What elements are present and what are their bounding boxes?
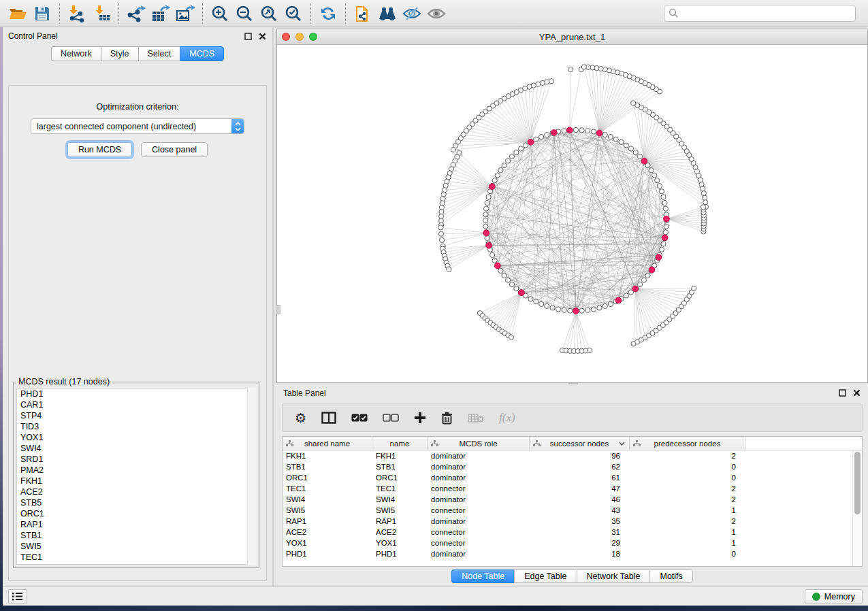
hide-panels-button[interactable] [400, 2, 424, 25]
network-node[interactable] [591, 129, 596, 134]
zoom-fit-button[interactable] [257, 2, 281, 25]
network-node[interactable] [502, 163, 507, 167]
export-network-button[interactable] [124, 2, 148, 25]
memory-button[interactable]: Memory [805, 589, 863, 604]
network-node[interactable] [664, 224, 669, 229]
network-node[interactable] [657, 184, 662, 188]
network-leaf-node[interactable] [587, 348, 592, 352]
network-node[interactable] [628, 146, 633, 151]
network-hub-node[interactable] [483, 230, 489, 236]
network-node[interactable] [550, 306, 555, 310]
close-panel-button[interactable] [258, 32, 267, 41]
network-node[interactable] [502, 273, 507, 278]
network-node[interactable] [633, 150, 638, 154]
table-row[interactable]: SWI5SWI5connector431 [283, 505, 852, 516]
table-row[interactable]: YOX1YOX1connector291 [283, 538, 852, 548]
network-node[interactable] [608, 301, 613, 306]
network-node[interactable] [591, 307, 596, 312]
network-node[interactable] [608, 135, 613, 139]
mcds-result-item[interactable]: YOX1 [17, 432, 255, 443]
mcds-result-item[interactable]: RAP1 [17, 519, 255, 530]
tab-style[interactable]: Style [101, 46, 138, 61]
table-close-button[interactable] [852, 389, 861, 397]
table-settings-button[interactable]: ⚙ [295, 408, 306, 428]
zoom-selected-button[interactable] [281, 2, 306, 25]
network-node[interactable] [562, 129, 566, 133]
network-leaf-node[interactable] [703, 200, 708, 205]
table-row[interactable]: SWI4SWI4dominator462 [283, 494, 852, 505]
network-node[interactable] [645, 273, 650, 278]
network-leaf-node[interactable] [701, 191, 706, 195]
mcds-result-item[interactable]: CAR1 [17, 399, 255, 410]
network-node[interactable] [659, 189, 664, 194]
network-leaf-node[interactable] [440, 237, 445, 242]
network-node[interactable] [492, 178, 497, 183]
network-node[interactable] [659, 247, 664, 252]
zoom-out-button[interactable] [232, 2, 257, 25]
column-header-successor-nodes[interactable]: successor nodes [530, 437, 630, 450]
network-leaf-node[interactable] [545, 80, 549, 84]
table-row[interactable]: FKH1FKH1dominator962 [283, 450, 852, 461]
network-node[interactable] [545, 132, 549, 137]
window-minimize-traffic-light[interactable] [295, 33, 304, 41]
network-hub-node[interactable] [494, 263, 500, 269]
network-node[interactable] [498, 268, 503, 273]
network-node[interactable] [641, 278, 646, 282]
network-node[interactable] [518, 146, 523, 151]
refresh-button[interactable] [316, 2, 340, 25]
mcds-result-item[interactable]: ACE2 [17, 486, 255, 497]
network-leaf-node[interactable] [509, 335, 513, 340]
network-node[interactable] [486, 195, 491, 199]
network-node[interactable] [652, 173, 657, 178]
network-node[interactable] [483, 212, 488, 217]
network-leaf-node[interactable] [438, 225, 443, 230]
close-panel-action-button[interactable]: Close panel [141, 142, 208, 157]
network-node[interactable] [509, 282, 514, 286]
network-node[interactable] [514, 150, 519, 154]
network-node[interactable] [539, 301, 544, 306]
mcds-result-list[interactable]: PHD1CAR1STP4TID3YOX1SWI4SRD1PMA2FKH1ACE2… [16, 388, 256, 565]
network-node[interactable] [534, 137, 539, 142]
window-close-traffic-light[interactable] [282, 33, 290, 41]
table-row[interactable]: ACE2ACE2connector311 [283, 527, 852, 538]
network-node[interactable] [556, 307, 560, 312]
network-leaf-node[interactable] [692, 286, 696, 291]
delete-column-button[interactable] [441, 408, 453, 428]
mcds-result-item[interactable]: TEC1 [17, 552, 255, 563]
float-panel-button[interactable] [244, 32, 253, 41]
network-leaf-node[interactable] [702, 195, 707, 200]
network-node[interactable] [624, 143, 628, 148]
network-hub-node[interactable] [519, 290, 525, 296]
network-hub-node[interactable] [641, 158, 647, 164]
network-node[interactable] [655, 178, 660, 183]
network-hub-node[interactable] [528, 139, 534, 145]
tab-network-table[interactable]: Network Table [577, 569, 650, 583]
network-node[interactable] [505, 159, 510, 163]
network-node[interactable] [649, 168, 654, 173]
network-node[interactable] [485, 200, 489, 205]
table-row[interactable]: ORC1ORC1dominator610 [283, 472, 852, 483]
show-columns-button[interactable] [321, 408, 336, 428]
mcds-result-item[interactable]: ORC1 [17, 508, 255, 519]
network-leaf-node[interactable] [447, 267, 451, 271]
mcds-result-item[interactable]: FKH1 [17, 476, 255, 486]
search-input[interactable] [679, 7, 851, 20]
network-node[interactable] [661, 195, 666, 199]
tab-motifs[interactable]: Motifs [649, 569, 692, 583]
network-hub-node[interactable] [596, 130, 602, 136]
network-leaf-node[interactable] [549, 79, 553, 84]
zoom-in-button[interactable] [208, 2, 232, 25]
network-hub-node[interactable] [615, 297, 622, 303]
network-node[interactable] [579, 308, 584, 313]
table-float-button[interactable] [838, 389, 847, 397]
network-node[interactable] [568, 308, 573, 313]
mcds-result-item[interactable]: SWI5 [17, 541, 255, 552]
network-node[interactable] [573, 127, 578, 132]
network-leaf-node[interactable] [451, 147, 455, 152]
network-node[interactable] [539, 135, 544, 139]
network-hub-node[interactable] [649, 267, 655, 273]
show-task-history-button[interactable] [8, 589, 27, 604]
share-document-button[interactable] [351, 2, 375, 25]
network-node[interactable] [514, 286, 519, 291]
network-node[interactable] [492, 258, 497, 263]
